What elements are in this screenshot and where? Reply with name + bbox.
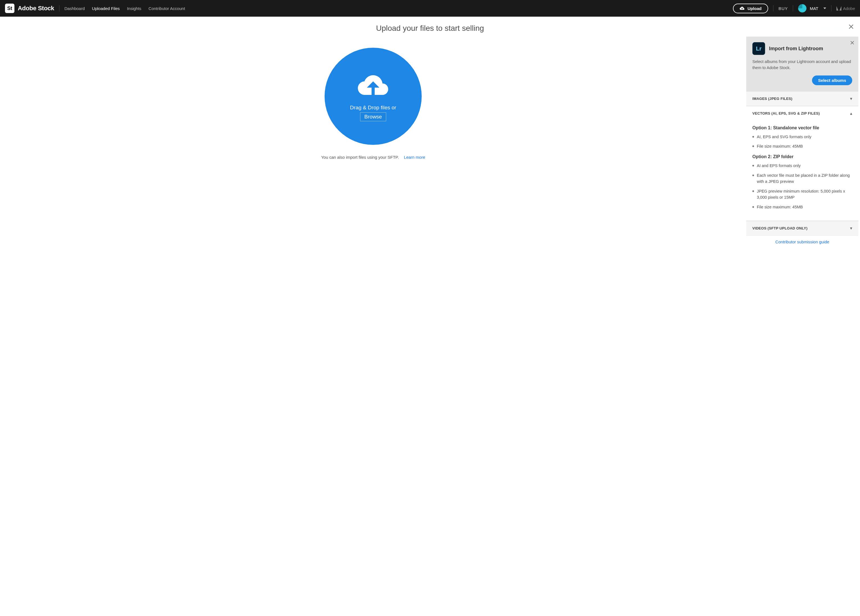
vectors-option2-bullet: File size maximum: 45MB xyxy=(752,204,852,210)
upload-modal: Upload your files to start selling Drag … xyxy=(0,17,860,616)
buy-link[interactable]: BUY xyxy=(778,6,788,11)
adobe-logo-icon xyxy=(836,6,841,11)
accordion-images: IMAGES (JPEG FILES) ▾ xyxy=(746,91,858,106)
submission-guide-link[interactable]: Contributor submission guide xyxy=(775,239,829,244)
divider xyxy=(773,5,774,11)
accordion-vectors-header[interactable]: VECTORS (AI, EPS, SVG & ZIP FILES) ▴ xyxy=(746,106,858,120)
main-nav: Dashboard Uploaded Files Insights Contri… xyxy=(64,6,185,11)
submission-guide: Contributor submission guide xyxy=(746,236,858,245)
lightroom-card: Lr Import from Lightroom Select albums f… xyxy=(746,37,858,91)
accordion-videos: VIDEOS (SFTP UPLOAD ONLY) ▾ xyxy=(746,221,858,236)
adobe-link[interactable]: Adobe xyxy=(836,6,855,11)
chevron-down-icon: ▾ xyxy=(850,96,852,101)
nav-uploaded-files[interactable]: Uploaded Files xyxy=(92,6,120,11)
chevron-down-icon xyxy=(823,8,826,9)
logo-text: Adobe Stock xyxy=(18,5,54,12)
nav-dashboard[interactable]: Dashboard xyxy=(64,6,85,11)
upload-button[interactable]: Upload xyxy=(733,4,768,13)
vectors-option2-bullet: JPEG preview minimum resolution: 5,000 p… xyxy=(752,188,852,201)
vectors-option2-bullet: Each vector file must be placed in a ZIP… xyxy=(752,172,852,185)
adobe-stock-logo-icon: St xyxy=(5,4,14,13)
adobe-label: Adobe xyxy=(843,6,855,11)
dropzone-text: Drag & Drop files or xyxy=(350,105,396,111)
accordion-vectors-title: VECTORS (AI, EPS, SVG & ZIP FILES) xyxy=(752,111,820,115)
close-icon xyxy=(848,24,854,30)
accordion-images-header[interactable]: IMAGES (JPEG FILES) ▾ xyxy=(746,91,858,106)
upload-dropzone-pane: Drag & Drop files or Browse You can also… xyxy=(0,37,746,616)
browse-button[interactable]: Browse xyxy=(360,112,386,121)
accordion-vectors: VECTORS (AI, EPS, SVG & ZIP FILES) ▴ Opt… xyxy=(746,106,858,221)
lightroom-desc: Select albums from your Lightroom accoun… xyxy=(752,59,852,71)
modal-title: Upload your files to start selling xyxy=(376,24,484,33)
close-icon xyxy=(850,41,854,45)
upload-help-pane: Lr Import from Lightroom Select albums f… xyxy=(746,37,860,616)
sftp-hint: You can also import files using your SFT… xyxy=(321,155,425,160)
chevron-down-icon: ▾ xyxy=(850,226,852,231)
upload-button-label: Upload xyxy=(747,6,761,11)
logo-block[interactable]: St Adobe Stock xyxy=(5,4,54,13)
lightroom-icon: Lr xyxy=(752,42,765,55)
cloud-upload-large-icon xyxy=(356,71,390,102)
lightroom-card-close[interactable] xyxy=(850,39,854,47)
learn-more-link[interactable]: Learn more xyxy=(404,155,425,160)
nav-insights[interactable]: Insights xyxy=(127,6,141,11)
vectors-option2-bullet: AI and EPS formats only xyxy=(752,163,852,169)
vectors-option1-title: Option 1: Standalone vector file xyxy=(752,126,852,130)
vectors-option2-title: Option 2: ZIP folder xyxy=(752,154,852,159)
lightroom-title: Import from Lightroom xyxy=(769,46,823,52)
user-menu[interactable]: MAT xyxy=(798,4,826,13)
svg-rect-0 xyxy=(372,85,375,100)
cloud-upload-icon xyxy=(739,6,745,10)
accordion-videos-header[interactable]: VIDEOS (SFTP UPLOAD ONLY) ▾ xyxy=(746,221,858,235)
select-albums-button[interactable]: Select albums xyxy=(812,75,852,85)
vectors-option1-bullet: File size maximum: 45MB xyxy=(752,143,852,149)
app-header: St Adobe Stock Dashboard Uploaded Files … xyxy=(0,0,860,17)
accordion-videos-title: VIDEOS (SFTP UPLOAD ONLY) xyxy=(752,226,808,230)
avatar xyxy=(798,4,807,13)
dropzone[interactable]: Drag & Drop files or Browse xyxy=(325,48,422,145)
sftp-text: You can also import files using your SFT… xyxy=(321,155,399,160)
vectors-option1-bullet: AI, EPS and SVG formats only xyxy=(752,134,852,140)
divider xyxy=(793,5,793,11)
accordion-images-title: IMAGES (JPEG FILES) xyxy=(752,97,792,101)
close-modal-button[interactable] xyxy=(848,23,854,30)
nav-contributor-account[interactable]: Contributor Account xyxy=(148,6,185,11)
accordion-vectors-body: Option 1: Standalone vector file AI, EPS… xyxy=(746,120,858,221)
chevron-up-icon: ▴ xyxy=(850,111,852,116)
modal-header: Upload your files to start selling xyxy=(0,17,860,37)
user-name: MAT xyxy=(810,6,818,11)
divider xyxy=(831,5,832,11)
divider xyxy=(59,5,60,11)
